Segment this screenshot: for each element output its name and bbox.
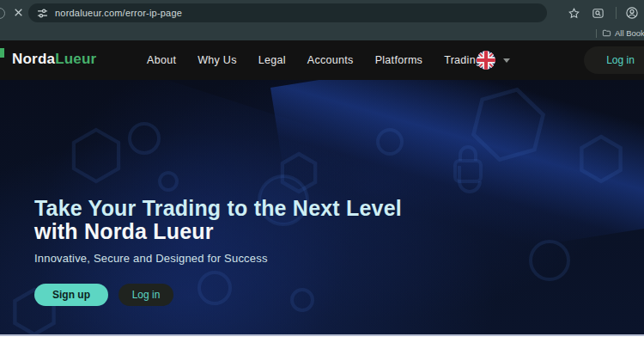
hero-title: Take Your Trading to the Next Level with… [34, 197, 402, 243]
nav-item-about[interactable]: About [147, 54, 176, 66]
uk-flag-icon [477, 51, 495, 70]
site-logo[interactable]: NordaLueur [12, 51, 96, 68]
hero-cta-row: Sign up Log in [34, 284, 173, 306]
browser-toolbar: nordalueur.com/error-ip-page [0, 0, 644, 26]
browser-window: nordalueur.com/error-ip-page All Bookmar… [0, 0, 644, 361]
toolbar-divider [616, 7, 617, 19]
hero-section: Take Your Trading to the Next Level with… [0, 80, 644, 336]
nav-login-button[interactable]: Log in [584, 46, 644, 74]
logo-part1: Norda [12, 51, 55, 67]
tab-audio-icon [0, 8, 5, 19]
close-tab-icon[interactable] [13, 7, 24, 18]
signup-button[interactable]: Sign up [34, 284, 108, 306]
hero-title-line1: Take Your Trading to the Next Level [34, 197, 402, 220]
nav-menu: About Why Us Legal Accounts Platforms Tr… [147, 40, 482, 80]
nav-item-platforms[interactable]: Platforms [375, 54, 423, 66]
toolbar-actions [568, 0, 644, 26]
nav-item-legal[interactable]: Legal [258, 54, 286, 66]
url-text[interactable]: nordalueur.com/error-ip-page [55, 8, 182, 18]
side-panel-search-icon[interactable] [592, 7, 605, 20]
hero-subtitle: Innovative, Secure and Designed for Succ… [34, 252, 268, 265]
address-bar[interactable]: nordalueur.com/error-ip-page [28, 3, 547, 22]
all-bookmarks-button[interactable]: All Bookmarks [596, 26, 644, 40]
folder-icon [602, 28, 611, 38]
all-bookmarks-label: All Bookmarks [615, 28, 644, 38]
hero-title-line2: with Norda Lueur [34, 220, 402, 243]
profile-icon[interactable] [625, 6, 639, 20]
logo-mark-icon [0, 48, 4, 58]
bookmark-star-icon[interactable] [568, 7, 580, 20]
next-section-strip [0, 336, 644, 361]
site-settings-tune-icon[interactable] [37, 8, 48, 19]
site-navbar: NordaLueur About Why Us Legal Accounts P… [0, 40, 644, 80]
chevron-down-icon [503, 58, 510, 63]
nav-item-accounts[interactable]: Accounts [307, 54, 354, 66]
hero-login-button[interactable]: Log in [118, 284, 173, 306]
language-selector[interactable] [477, 51, 510, 70]
logo-part2: Lueur [55, 51, 96, 67]
bookmarks-bar: All Bookmarks [0, 26, 644, 40]
nav-item-why-us[interactable]: Why Us [197, 54, 237, 66]
bookmarks-divider [596, 29, 597, 38]
